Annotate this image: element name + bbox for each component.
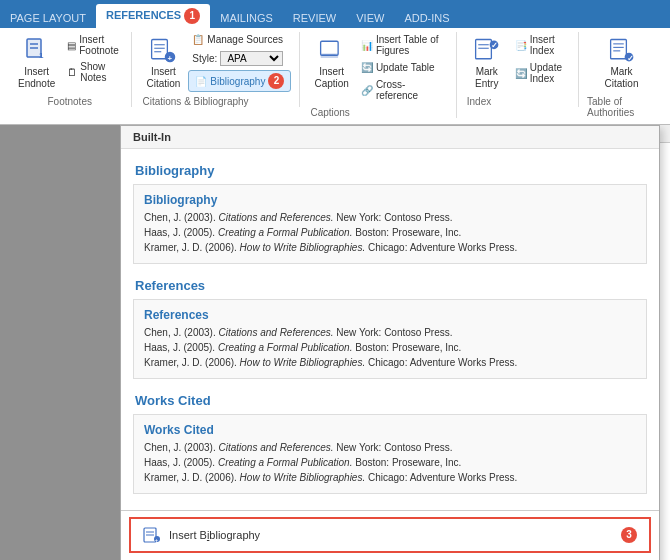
citation-sub-buttons: 📋 Manage Sources Style: APAMLAChicago 📄 … [188,32,291,92]
mark-entry-button[interactable]: ✓ MarkEntry [467,32,507,92]
update-index-icon: 🔄 [515,68,527,79]
tab-view[interactable]: VIEW [346,8,394,28]
bib-entry-3: Kramer, J. D. (2006). How to Write Bibli… [144,240,636,255]
show-notes-button[interactable]: 🗒 Show Notes [63,59,125,85]
mark-citation-label: MarkCitation [605,66,639,90]
toa-group-label: Table of Authorities [587,96,656,118]
update-table-label: Update Table [376,62,435,73]
bib-entry-2: Haas, J. (2005). Creating a Formal Publi… [144,225,636,240]
works-cited-preview-title: Works Cited [144,423,636,437]
svg-text:1: 1 [39,51,44,60]
show-notes-icon: 🗒 [67,67,77,78]
cross-reference-label: Cross-reference [376,79,444,101]
references-preview[interactable]: References Chen, J. (2003). Citations an… [133,299,647,379]
insert-caption-button[interactable]: InsertCaption [310,32,352,92]
mark-citation-icon: ✓ [606,34,638,66]
insert-footnote-button[interactable]: ▤ Insert Footnote [63,32,125,58]
svg-rect-11 [320,41,338,55]
captions-group-label: Captions [310,107,447,118]
dropdown-panel: Built-In Bibliography Bibliography Chen,… [120,125,660,560]
mark-entry-icon: ✓ [471,34,503,66]
wc-entry-3: Kramer, J. D. (2006). How to Write Bibli… [144,470,636,485]
bibliography-button[interactable]: 📄 Bibliography 2 [188,70,291,92]
footer-badge: 3 [621,527,637,543]
bib-entry-1: Chen, J. (2003). Citations and Reference… [144,210,636,225]
tab-review[interactable]: REVIEW [283,8,346,28]
references-badge: 1 [184,8,200,24]
svg-rect-14 [475,40,491,59]
show-notes-label: Show Notes [80,61,121,83]
footnotes-group: 1 InsertEndnote ▤ Insert Footnote 🗒 Show… [8,32,132,107]
insert-citation-icon: + [147,34,179,66]
insert-caption-label: InsertCaption [314,66,348,90]
footnotes-group-label: Footnotes [47,96,91,107]
ribbon-body: 1 InsertEndnote ▤ Insert Footnote 🗒 Show… [0,28,670,125]
style-dropdown[interactable]: APAMLAChicago [220,51,283,66]
bibliography-badge: 2 [268,73,284,89]
update-table-icon: 🔄 [361,62,373,73]
style-selector[interactable]: Style: APAMLAChicago [188,49,291,68]
insert-bibliography-button[interactable]: + Insert Bibliography 3 [129,517,651,553]
captions-sub: 📊 Insert Table of Figures 🔄 Update Table… [357,32,448,103]
insert-footnote-label: Insert Footnote [79,34,121,56]
works-cited-section-title: Works Cited [121,387,659,410]
svg-text:✓: ✓ [491,41,498,50]
update-table-button[interactable]: 🔄 Update Table [357,60,448,75]
mark-entry-label: MarkEntry [475,66,498,90]
tab-references[interactable]: REFERENCES 1 [96,4,210,28]
wc-entry-1: Chen, J. (2003). Citations and Reference… [144,440,636,455]
ref-entry-2: Haas, J. (2005). Creating a Formal Publi… [144,340,636,355]
doc-sidebar [0,125,120,560]
references-preview-title: References [144,308,636,322]
insert-citation-button[interactable]: + InsertCitation [142,32,184,92]
bibliography-section-title: Bibliography [121,157,659,180]
save-to-gallery-button[interactable]: Save Selection to Bibliography Gallery..… [121,555,659,560]
insert-bibliography-label: Insert Bibliography [169,529,260,541]
insert-endnote-label: InsertEndnote [18,66,55,90]
endnote-icon: 1 [21,34,53,66]
manage-sources-button[interactable]: 📋 Manage Sources [188,32,291,47]
index-top: ✓ MarkEntry 📑 Insert Index 🔄 Update Inde… [467,32,570,92]
main-area: ·2··1·|·1··2··3··4··5· NESABAMEDIA Built… [0,125,670,560]
footnote-icon: ▤ [67,40,76,51]
ref-entry-1: Chen, J. (2003). Citations and Reference… [144,325,636,340]
bibliography-preview[interactable]: Bibliography Chen, J. (2003). Citations … [133,184,647,264]
bibliography-label: Bibliography [210,76,265,87]
captions-group: InsertCaption 📊 Insert Table of Figures … [302,32,456,118]
update-index-button[interactable]: 🔄 Update Index [511,60,570,86]
table-of-figures-icon: 📊 [361,40,373,51]
bibliography-icon: 📄 [195,76,207,87]
tab-addins[interactable]: ADD-INS [394,8,459,28]
citations-group: + InsertCitation 📋 Manage Sources Style:… [134,32,300,107]
footnotes-buttons: 1 InsertEndnote ▤ Insert Footnote 🗒 Show… [14,32,125,92]
works-cited-preview[interactable]: Works Cited Chen, J. (2003). Citations a… [133,414,647,494]
captions-top: InsertCaption 📊 Insert Table of Figures … [310,32,447,103]
cross-reference-icon: 🔗 [361,85,373,96]
insert-caption-icon [316,34,348,66]
insert-bibliography-icon: + [143,526,161,544]
index-group-label: Index [467,96,570,107]
insert-index-icon: 📑 [515,40,527,51]
insert-index-button[interactable]: 📑 Insert Index [511,32,570,58]
dropdown-footer: + Insert Bibliography 3 Save Selection t… [121,510,659,560]
svg-text:+: + [155,537,158,543]
references-section-title: References [121,272,659,295]
mark-citation-button[interactable]: ✓ MarkCitation [587,32,656,92]
insert-index-label: Insert Index [530,34,566,56]
ref-entry-3: Kramer, J. D. (2006). How to Write Bibli… [144,355,636,370]
update-index-label: Update Index [530,62,566,84]
doc-content: ·2··1·|·1··2··3··4··5· NESABAMEDIA Built… [120,125,670,560]
index-sub: 📑 Insert Index 🔄 Update Index [511,32,570,86]
manage-sources-icon: 📋 [192,34,204,45]
insert-table-of-figures-button[interactable]: 📊 Insert Table of Figures [357,32,448,58]
insert-table-of-figures-label: Insert Table of Figures [376,34,444,56]
cross-reference-button[interactable]: 🔗 Cross-reference [357,77,448,103]
tab-mailings[interactable]: MAILINGS [210,8,283,28]
toa-group: ✓ MarkCitation Table of Authorities [581,32,662,118]
citations-group-label: Citations & Bibliography [142,96,291,107]
svg-rect-19 [610,40,626,59]
bibliography-preview-title: Bibliography [144,193,636,207]
citations-top: + InsertCitation 📋 Manage Sources Style:… [142,32,291,92]
tab-page-layout[interactable]: PAGE LAYOUT [0,8,96,28]
insert-endnote-button[interactable]: 1 InsertEndnote [14,32,59,92]
